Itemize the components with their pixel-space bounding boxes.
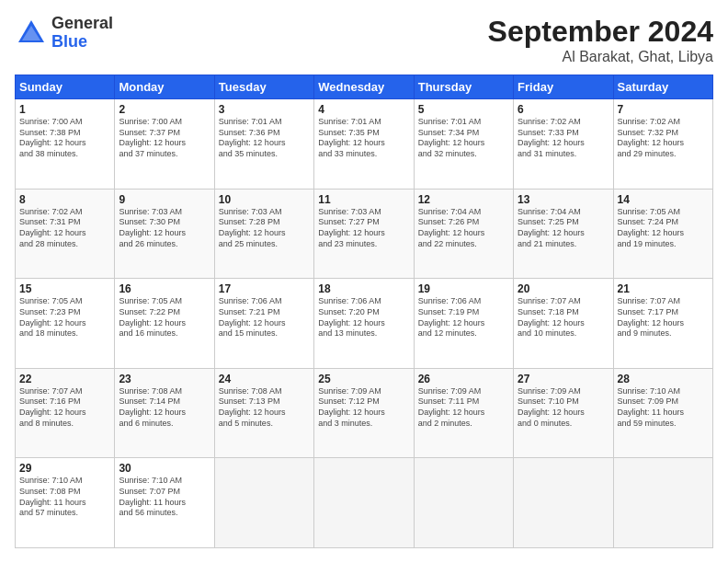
calendar-day-cell: 26Sunrise: 7:09 AM Sunset: 7:11 PM Dayli… xyxy=(414,368,513,458)
logo-general: General xyxy=(51,15,113,33)
calendar-day-cell: 24Sunrise: 7:08 AM Sunset: 7:13 PM Dayli… xyxy=(214,368,313,458)
day-number: 18 xyxy=(318,282,409,295)
day-number: 6 xyxy=(518,103,609,116)
day-info: Sunrise: 7:08 AM Sunset: 7:14 PM Dayligh… xyxy=(119,386,210,430)
day-info: Sunrise: 7:01 AM Sunset: 7:36 PM Dayligh… xyxy=(219,117,310,160)
day-number: 8 xyxy=(19,193,110,206)
day-info: Sunrise: 7:05 AM Sunset: 7:23 PM Dayligh… xyxy=(19,296,110,339)
day-number: 2 xyxy=(119,103,210,116)
day-info: Sunrise: 7:06 AM Sunset: 7:19 PM Dayligh… xyxy=(418,296,509,339)
day-info: Sunrise: 7:01 AM Sunset: 7:34 PM Dayligh… xyxy=(418,117,509,160)
day-info: Sunrise: 7:05 AM Sunset: 7:22 PM Dayligh… xyxy=(119,296,210,339)
day-info: Sunrise: 7:05 AM Sunset: 7:24 PM Dayligh… xyxy=(618,207,709,250)
weekday-header-sunday: Sunday xyxy=(16,75,115,99)
day-info: Sunrise: 7:00 AM Sunset: 7:38 PM Dayligh… xyxy=(19,117,110,160)
calendar-day-cell: 9Sunrise: 7:03 AM Sunset: 7:30 PM Daylig… xyxy=(115,189,214,279)
day-number: 12 xyxy=(418,193,509,206)
day-number: 30 xyxy=(119,462,210,475)
calendar-day-cell xyxy=(314,458,414,548)
title-block: September 2024 Al Barakat, Ghat, Libya xyxy=(488,15,713,65)
calendar-day-cell: 1Sunrise: 7:00 AM Sunset: 7:38 PM Daylig… xyxy=(16,99,115,190)
calendar-day-cell: 15Sunrise: 7:05 AM Sunset: 7:23 PM Dayli… xyxy=(16,279,115,369)
day-number: 16 xyxy=(119,282,210,295)
calendar-week-row: 8Sunrise: 7:02 AM Sunset: 7:31 PM Daylig… xyxy=(16,189,713,279)
day-info: Sunrise: 7:00 AM Sunset: 7:37 PM Dayligh… xyxy=(119,117,210,160)
day-info: Sunrise: 7:06 AM Sunset: 7:21 PM Dayligh… xyxy=(219,296,310,339)
calendar-week-row: 15Sunrise: 7:05 AM Sunset: 7:23 PM Dayli… xyxy=(16,279,713,369)
calendar-day-cell: 8Sunrise: 7:02 AM Sunset: 7:31 PM Daylig… xyxy=(16,189,115,279)
day-number: 15 xyxy=(19,282,110,295)
day-info: Sunrise: 7:01 AM Sunset: 7:35 PM Dayligh… xyxy=(318,117,409,160)
calendar-week-row: 29Sunrise: 7:10 AM Sunset: 7:08 PM Dayli… xyxy=(16,458,713,548)
calendar-day-cell: 21Sunrise: 7:07 AM Sunset: 7:17 PM Dayli… xyxy=(613,279,712,369)
calendar-day-cell: 11Sunrise: 7:03 AM Sunset: 7:27 PM Dayli… xyxy=(314,189,414,279)
day-number: 24 xyxy=(219,373,310,385)
calendar-day-cell: 19Sunrise: 7:06 AM Sunset: 7:19 PM Dayli… xyxy=(414,279,513,369)
day-number: 20 xyxy=(518,282,609,295)
calendar-day-cell: 4Sunrise: 7:01 AM Sunset: 7:35 PM Daylig… xyxy=(314,99,414,190)
logo-text: General Blue xyxy=(51,15,113,52)
day-number: 13 xyxy=(518,193,609,206)
weekday-header-friday: Friday xyxy=(514,75,613,99)
day-info: Sunrise: 7:09 AM Sunset: 7:11 PM Dayligh… xyxy=(418,386,509,430)
calendar-day-cell: 28Sunrise: 7:10 AM Sunset: 7:09 PM Dayli… xyxy=(613,368,712,458)
day-number: 3 xyxy=(219,103,310,116)
calendar-day-cell xyxy=(214,458,313,548)
calendar-week-row: 1Sunrise: 7:00 AM Sunset: 7:38 PM Daylig… xyxy=(16,99,713,190)
weekday-header-saturday: Saturday xyxy=(613,75,712,99)
calendar-day-cell: 25Sunrise: 7:09 AM Sunset: 7:12 PM Dayli… xyxy=(314,368,414,458)
day-info: Sunrise: 7:07 AM Sunset: 7:16 PM Dayligh… xyxy=(19,386,110,430)
calendar-day-cell: 27Sunrise: 7:09 AM Sunset: 7:10 PM Dayli… xyxy=(514,368,613,458)
weekday-header-monday: Monday xyxy=(115,75,214,99)
logo-icon xyxy=(15,17,48,50)
logo: General Blue xyxy=(15,15,113,52)
calendar-header-row: SundayMondayTuesdayWednesdayThursdayFrid… xyxy=(16,75,713,99)
calendar-week-row: 22Sunrise: 7:07 AM Sunset: 7:16 PM Dayli… xyxy=(16,368,713,458)
logo-blue: Blue xyxy=(51,33,113,52)
calendar-day-cell: 18Sunrise: 7:06 AM Sunset: 7:20 PM Dayli… xyxy=(314,279,414,369)
calendar-day-cell: 30Sunrise: 7:10 AM Sunset: 7:07 PM Dayli… xyxy=(115,458,214,548)
day-info: Sunrise: 7:06 AM Sunset: 7:20 PM Dayligh… xyxy=(318,296,409,339)
day-number: 5 xyxy=(418,103,509,116)
calendar-day-cell: 5Sunrise: 7:01 AM Sunset: 7:34 PM Daylig… xyxy=(414,99,513,190)
calendar-day-cell: 22Sunrise: 7:07 AM Sunset: 7:16 PM Dayli… xyxy=(16,368,115,458)
calendar-day-cell: 16Sunrise: 7:05 AM Sunset: 7:22 PM Dayli… xyxy=(115,279,214,369)
day-number: 21 xyxy=(618,282,709,295)
day-number: 19 xyxy=(418,282,509,295)
weekday-header-tuesday: Tuesday xyxy=(214,75,313,99)
calendar-day-cell: 7Sunrise: 7:02 AM Sunset: 7:32 PM Daylig… xyxy=(613,99,712,190)
day-info: Sunrise: 7:07 AM Sunset: 7:17 PM Dayligh… xyxy=(618,296,709,339)
calendar-day-cell xyxy=(613,458,712,548)
calendar-day-cell: 17Sunrise: 7:06 AM Sunset: 7:21 PM Dayli… xyxy=(214,279,313,369)
calendar-day-cell: 6Sunrise: 7:02 AM Sunset: 7:33 PM Daylig… xyxy=(514,99,613,190)
day-info: Sunrise: 7:09 AM Sunset: 7:10 PM Dayligh… xyxy=(518,386,609,430)
day-info: Sunrise: 7:02 AM Sunset: 7:31 PM Dayligh… xyxy=(19,207,110,250)
calendar-day-cell xyxy=(514,458,613,548)
day-info: Sunrise: 7:03 AM Sunset: 7:27 PM Dayligh… xyxy=(318,207,409,250)
day-number: 27 xyxy=(518,373,609,385)
calendar-day-cell: 20Sunrise: 7:07 AM Sunset: 7:18 PM Dayli… xyxy=(514,279,613,369)
day-number: 22 xyxy=(19,373,110,385)
header: General Blue September 2024 Al Barakat, … xyxy=(15,15,713,65)
day-info: Sunrise: 7:03 AM Sunset: 7:28 PM Dayligh… xyxy=(219,207,310,250)
calendar-table: SundayMondayTuesdayWednesdayThursdayFrid… xyxy=(15,75,713,548)
month-title: September 2024 xyxy=(488,15,713,49)
day-number: 11 xyxy=(318,193,409,206)
day-info: Sunrise: 7:09 AM Sunset: 7:12 PM Dayligh… xyxy=(318,386,409,430)
calendar-day-cell: 13Sunrise: 7:04 AM Sunset: 7:25 PM Dayli… xyxy=(514,189,613,279)
day-info: Sunrise: 7:10 AM Sunset: 7:09 PM Dayligh… xyxy=(618,386,709,430)
day-number: 14 xyxy=(618,193,709,206)
day-number: 25 xyxy=(318,373,409,385)
calendar-day-cell: 10Sunrise: 7:03 AM Sunset: 7:28 PM Dayli… xyxy=(214,189,313,279)
day-info: Sunrise: 7:10 AM Sunset: 7:08 PM Dayligh… xyxy=(19,476,110,519)
day-number: 9 xyxy=(119,193,210,206)
calendar-day-cell xyxy=(414,458,513,548)
day-number: 1 xyxy=(19,103,110,116)
day-number: 4 xyxy=(318,103,409,116)
page: General Blue September 2024 Al Barakat, … xyxy=(0,0,728,563)
calendar-day-cell: 23Sunrise: 7:08 AM Sunset: 7:14 PM Dayli… xyxy=(115,368,214,458)
calendar-day-cell: 12Sunrise: 7:04 AM Sunset: 7:26 PM Dayli… xyxy=(414,189,513,279)
calendar-day-cell: 14Sunrise: 7:05 AM Sunset: 7:24 PM Dayli… xyxy=(613,189,712,279)
day-info: Sunrise: 7:10 AM Sunset: 7:07 PM Dayligh… xyxy=(119,476,210,519)
day-number: 29 xyxy=(19,462,110,475)
